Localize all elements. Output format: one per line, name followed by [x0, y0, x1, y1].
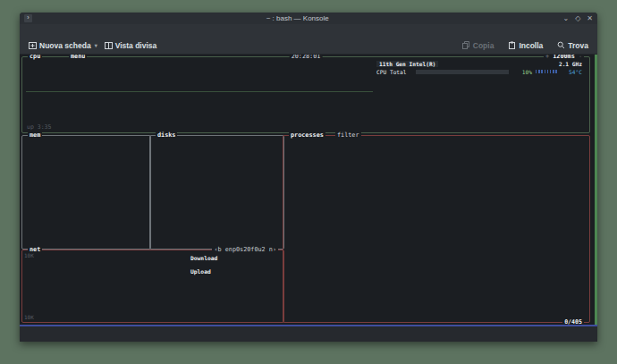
new-tab-icon — [29, 41, 37, 49]
disk-stats — [154, 139, 280, 247]
clock: 20:28:01 — [290, 55, 323, 60]
cpu-total-row: CPU Total 10% 54°C — [376, 68, 582, 75]
memory-stats — [26, 139, 147, 247]
minimize-button[interactable]: ⌄ — [562, 14, 569, 22]
search-icon — [557, 41, 565, 49]
disks-box-title: disks — [156, 132, 177, 139]
konsole-window: › ~ : bash — Konsole ⌄ ◇ ✕ Nuova scheda … — [20, 13, 597, 342]
network-box: net ‹b enp0s20f0u2 n› 10K 10K Download U… — [21, 250, 284, 323]
titlebar[interactable]: › ~ : bash — Konsole ⌄ ◇ ✕ — [20, 13, 597, 24]
memory-box-title: mem — [28, 132, 42, 139]
menubar — [20, 24, 597, 37]
processes-box: processes filter 0/405 — [283, 135, 590, 323]
terminal-view[interactable]: cpu menu 20:28:01 + 1200ms - up 3:35 11t… — [20, 55, 597, 326]
disks-box: disks — [149, 135, 284, 250]
close-button[interactable]: ✕ — [587, 14, 593, 22]
split-view-icon — [105, 41, 113, 49]
cpu-total-bar — [416, 70, 509, 74]
tab-bar — [20, 326, 597, 342]
processes-box-title: processes — [289, 132, 325, 139]
process-counter: 0/405 — [562, 319, 584, 326]
cpu-box: cpu menu 20:28:01 + 1200ms - up 3:35 11t… — [21, 56, 590, 133]
maximize-button[interactable]: ◇ — [575, 14, 580, 22]
copy-button[interactable]: Copia — [459, 41, 498, 50]
cpu-model: 11th Gen Intel(R) — [376, 61, 438, 67]
toolbar: Nuova scheda ▾ Vista divisa Copia Incoll… — [20, 37, 597, 55]
bashtop-menu-button[interactable]: menu — [69, 55, 87, 60]
process-list — [287, 140, 587, 319]
paste-button[interactable]: Incolla — [504, 41, 546, 50]
network-stats: Download Upload — [182, 255, 278, 275]
konsole-app-icon: › — [24, 14, 32, 22]
find-button[interactable]: Trova — [554, 41, 592, 50]
memory-box: mem — [21, 135, 151, 250]
cpu-total-meter — [536, 70, 559, 73]
cpu-box-title: cpu — [28, 55, 42, 60]
network-interface-selector[interactable]: ‹b enp0s20f0u2 n› — [212, 247, 278, 253]
cpu-frequency: 2.1 GHz — [559, 61, 582, 67]
filter-button[interactable]: filter — [335, 132, 361, 139]
upload-label: Upload — [182, 268, 278, 275]
scrollbar[interactable] — [595, 55, 597, 325]
chevron-down-icon[interactable]: ▾ — [95, 42, 97, 48]
copy-icon — [462, 41, 470, 49]
upload-graph — [26, 285, 210, 317]
new-tab-button[interactable]: Nuova scheda ▾ — [25, 41, 101, 50]
download-label: Download — [182, 255, 278, 262]
cpu-history-graph — [26, 63, 373, 122]
cpu-details: 11th Gen Intel(R) 2.1 GHz CPU Total 10% … — [376, 60, 582, 131]
split-view-button[interactable]: Vista divisa — [101, 41, 161, 50]
window-title: ~ : bash — Konsole — [32, 14, 562, 22]
process-column-headers[interactable] — [287, 140, 587, 146]
uptime: up 3:35 — [27, 123, 51, 131]
paste-icon — [508, 41, 516, 49]
